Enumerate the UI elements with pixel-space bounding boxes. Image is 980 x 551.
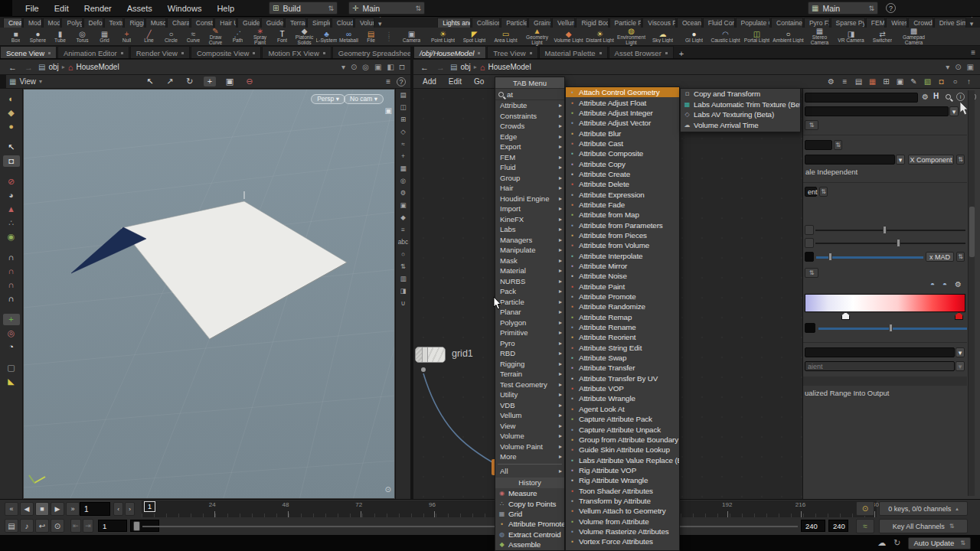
menu-item-attribute-paint[interactable]: ▪Attribute Paint — [566, 282, 679, 292]
viewport-display-icon-17[interactable]: ∪ — [400, 300, 405, 307]
select-objects-icon[interactable]: ⊘ — [3, 176, 20, 187]
pane-tab-motion-fx-view[interactable]: Motion FX View — [262, 46, 331, 58]
menu-item-capture-attribute-pack[interactable]: ▪Capture Attribute Pack — [566, 414, 679, 424]
menu-item-attribute-blur[interactable]: ▪Attribute Blur — [566, 128, 679, 138]
menu-item-capture-attribute-unpack[interactable]: ▪Capture Attribute Unpack — [566, 424, 679, 434]
net-back-icon[interactable]: ← — [418, 63, 431, 72]
jump-up-icon[interactable]: ↑ — [964, 77, 974, 86]
menu-item-labs-attribute-value-replace-beta[interactable]: ▪Labs Attribute Value Replace (Beta) — [566, 455, 679, 465]
shade-flat-icon[interactable]: ◆ — [3, 107, 20, 119]
menu-item-rig-attribute-wrangle[interactable]: ▪Rig Attribute Wrangle — [566, 475, 679, 485]
shelf-tab-sparse-pyr[interactable]: Sparse Pyr... — [831, 18, 865, 28]
paint-tool-icon[interactable]: ◉ — [3, 231, 20, 243]
viewport-display-icon-13[interactable]: ○ — [401, 251, 405, 258]
viewport-3d[interactable]: Persp ▾ No cam ▾ ▣ ⊙ — [23, 89, 395, 499]
viewport-display-icon-5[interactable]: + — [401, 153, 405, 160]
category-planar[interactable]: Planar▸ — [495, 307, 564, 318]
history-item-measure[interactable]: ◉Measure — [495, 488, 564, 498]
tool-tube[interactable]: ▮Tube — [49, 28, 71, 46]
category-group[interactable]: Group▸ — [495, 173, 564, 184]
tool-file[interactable]: ▤File — [360, 28, 382, 46]
menu-item-attribute-remap[interactable]: ▪Attribute Remap — [566, 312, 679, 322]
category-volume[interactable]: Volume▸ — [495, 431, 564, 442]
param-scrollbar[interactable] — [968, 90, 975, 496]
shelf-tab-crowds[interactable]: Crowds — [908, 18, 933, 28]
pane-tab-scene-view[interactable]: Scene View — [0, 46, 57, 58]
viewport-display-icon-2[interactable]: ⊞ — [400, 116, 406, 123]
tool-distant-light[interactable]: ☀Distant Light — [584, 28, 616, 46]
keys-status-button[interactable]: 0 keys, 0/0 channels▴ — [879, 501, 968, 516]
shelf-tab-muscles[interactable]: Muscles — [145, 18, 166, 28]
remove-icon[interactable]: ⊖ — [243, 77, 256, 86]
attribute-name-field[interactable] — [805, 155, 895, 165]
node-name-field[interactable] — [805, 93, 918, 103]
pane-tab-composite-view[interactable]: Composite View — [191, 46, 261, 58]
color-ramp[interactable] — [805, 294, 965, 312]
menu-file[interactable]: File — [18, 2, 46, 15]
select-mode-icon[interactable]: ↖ — [144, 77, 156, 86]
breadcrumb-node[interactable]: HouseModel — [76, 63, 119, 71]
category-pack[interactable]: Pack▸ — [495, 286, 564, 297]
tool-draw-curve[interactable]: ✎Draw Curve — [204, 28, 227, 46]
menu-item-labs-av-texturing-beta[interactable]: ◇Labs AV Texturing (Beta) — [681, 109, 800, 120]
net-menu-edit[interactable]: Edit — [443, 77, 468, 86]
end-frame-field[interactable]: 240 — [801, 520, 825, 532]
menu-item-attribute-copy[interactable]: ▪Attribute Copy — [566, 158, 679, 168]
category-manipulate[interactable]: Manipulate▸ — [495, 245, 564, 256]
shelf-tab-collisions[interactable]: Collisions — [472, 18, 500, 28]
category-all[interactable]: All▸ — [495, 466, 564, 477]
node-grid1-label[interactable]: grid1 — [452, 348, 473, 359]
playhead[interactable]: 1 — [144, 501, 155, 512]
category-rbd[interactable]: RBD▸ — [495, 348, 564, 359]
viewport-display-icon-11[interactable]: ≡ — [401, 227, 405, 233]
preset-chevron-icon[interactable]: ▾ — [949, 106, 959, 116]
secure-select-icon[interactable]: ↗ — [164, 77, 176, 86]
tool-curve[interactable]: ≈Curve — [182, 28, 204, 46]
shelf-tab-oceans[interactable]: Oceans — [677, 18, 702, 28]
menu-item-agent-look-at[interactable]: ▪Agent Look At — [566, 404, 679, 414]
tool-box[interactable]: ■Box — [5, 28, 27, 46]
shelf-tab-hair-utils[interactable]: Hair Utils — [214, 18, 237, 28]
net-path-chevron-icon[interactable]: ▾ — [946, 63, 949, 71]
menu-item-attribute-fade[interactable]: ▪Attribute Fade — [566, 200, 679, 210]
component-select[interactable]: X Component — [908, 155, 954, 165]
category-terrain[interactable]: Terrain▸ — [495, 369, 564, 380]
shade-smooth-icon[interactable]: ◐ — [3, 93, 20, 105]
tool-caustic-light[interactable]: ◠Caustic Light — [710, 28, 741, 46]
snapshot-icon[interactable]: ▣ — [374, 63, 381, 71]
viewport-display-icon-16[interactable]: ◨ — [400, 288, 406, 295]
param-field-2[interactable] — [805, 140, 832, 150]
realtime-icon[interactable]: ⊙ — [51, 519, 64, 533]
menu-item-attribute-cast[interactable]: ▪Attribute Cast — [566, 139, 679, 148]
view-pivot-icon[interactable]: ◎ — [3, 328, 20, 339]
viewport-display-icon-14[interactable]: ⇅ — [400, 263, 406, 270]
tool-platonic-solids[interactable]: ◆Platonic Solids — [293, 28, 315, 46]
category-labs[interactable]: Labs▸ — [495, 224, 564, 235]
menu-item-attribute-wrangle[interactable]: ▪Attribute Wrangle — [566, 393, 679, 403]
mad-select[interactable]: x MAD — [926, 252, 954, 262]
menu-windows[interactable]: Windows — [161, 2, 209, 15]
interp-field[interactable] — [805, 347, 955, 357]
category-edge[interactable]: Edge▸ — [495, 132, 564, 142]
category-houdini-engine[interactable]: Houdini Engine▸ — [495, 194, 564, 204]
fast-forward-button[interactable]: » — [66, 502, 80, 516]
back-icon[interactable]: ← — [6, 63, 19, 72]
param-stepper-3[interactable]: ⇅ — [805, 268, 818, 278]
breadcrumb-root[interactable]: obj — [48, 63, 58, 71]
menu-item-volume-rasterize-attributes[interactable]: ▪Volume Rasterize Attributes — [566, 527, 679, 536]
net-snapshot-icon[interactable]: ▣ — [967, 63, 974, 71]
node-output-connector[interactable] — [421, 367, 426, 372]
tool-metaball[interactable]: ∞Metaball — [338, 28, 360, 46]
shelf-tab-polygon[interactable]: Polygon — [61, 18, 82, 28]
shelf-tab-grains[interactable]: Grains — [528, 18, 551, 28]
shelf-tab-rigging[interactable]: Rigging — [124, 18, 144, 28]
category-attribute[interactable]: Attribute▸ — [495, 100, 564, 111]
refresh-icon[interactable]: ↻ — [893, 538, 900, 548]
misc-tool-icon[interactable]: ▢ — [3, 362, 20, 373]
audio-icon[interactable]: ♪ — [20, 519, 34, 533]
info-icon[interactable]: i — [956, 93, 965, 101]
shelf-tab-model[interactable]: Model — [43, 18, 61, 28]
slider-2-handle[interactable] — [897, 239, 900, 247]
tool-grid[interactable]: ▦Grid — [93, 28, 116, 46]
shelf-tab-lights-and[interactable]: Lights and... — [437, 18, 471, 28]
